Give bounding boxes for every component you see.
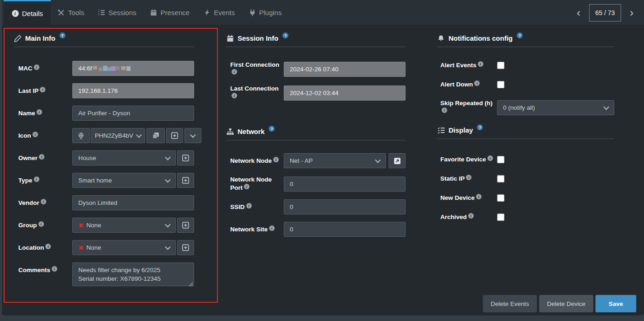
field-row-static-ip: Static IPi [437, 174, 614, 183]
favorite-device-label: Favorite Devicei [440, 155, 497, 164]
info-icon[interactable]: i [478, 61, 483, 67]
help-icon[interactable]: ? [477, 124, 483, 130]
tab-presence[interactable]: Presence [143, 0, 196, 25]
network-node-port-field[interactable] [284, 177, 406, 192]
ssid-label: SSIDi [230, 203, 284, 211]
new-device-checkbox[interactable] [497, 194, 504, 202]
info-icon[interactable]: i [474, 80, 480, 86]
group-select[interactable]: ✖None [72, 218, 176, 233]
info-icon[interactable]: i [232, 93, 237, 98]
notifications-display-column: Notifications config ? Alert Eventsi Ale… [433, 28, 637, 232]
archived-checkbox[interactable] [497, 214, 504, 221]
network-node-select[interactable]: Net - AP [284, 153, 386, 168]
tab-details[interactable]: i Details [4, 0, 51, 26]
network-node-port-label: Network Node Porti [230, 176, 284, 192]
delete-events-button[interactable]: Delete Events [483, 295, 537, 312]
info-icon[interactable]: i [37, 109, 42, 115]
info-icon[interactable]: i [442, 107, 447, 113]
prev-device-button[interactable]: ‹ [573, 4, 584, 21]
ssid-field[interactable] [284, 199, 406, 214]
alert-down-checkbox[interactable] [497, 81, 504, 88]
favorite-device-checkbox[interactable] [497, 156, 504, 163]
add-icon-button[interactable] [166, 128, 183, 143]
last-connection-label: Last Connectioni [230, 85, 284, 101]
field-row-type: Typei Smart home [14, 173, 194, 188]
skip-repeated-select[interactable]: 0 (notify all) [497, 100, 614, 115]
next-device-button[interactable]: › [626, 4, 638, 21]
tab-events-label: Events [214, 9, 235, 16]
copy-icon-button[interactable] [146, 128, 165, 143]
delete-device-button[interactable]: Delete Device [539, 295, 593, 312]
alert-events-checkbox[interactable] [497, 62, 504, 69]
chevron-down-icon [190, 132, 196, 138]
vendor-field[interactable] [72, 195, 194, 210]
tab-details-label: Details [22, 10, 43, 17]
owner-label: Owneri [18, 154, 72, 162]
expand-icon-button[interactable] [184, 128, 201, 143]
tab-sessions[interactable]: 12 Sessions [91, 0, 143, 25]
field-row-icon: Iconi PHN2ZyB4bV [14, 128, 194, 143]
help-icon[interactable]: ? [282, 32, 288, 38]
info-icon[interactable]: i [476, 194, 482, 199]
plus-square-icon [182, 244, 189, 251]
info-icon[interactable]: i [34, 64, 39, 70]
static-ip-checkbox[interactable] [497, 175, 504, 182]
name-label: Namei [18, 109, 72, 118]
info-icon[interactable]: i [41, 199, 46, 204]
add-group-button[interactable] [177, 218, 194, 233]
divider [226, 47, 406, 47]
info-icon[interactable]: i [244, 184, 249, 189]
info-icon[interactable]: i [273, 157, 279, 162]
field-row-vendor: Vendori [14, 195, 194, 210]
field-row-ssid: SSIDi [226, 199, 406, 214]
info-icon[interactable]: i [52, 266, 57, 272]
name-field[interactable] [72, 106, 194, 121]
plus-square-icon [171, 132, 178, 139]
add-owner-button[interactable] [177, 150, 194, 166]
network-site-field[interactable] [284, 222, 406, 237]
info-icon[interactable]: i [468, 213, 474, 219]
network-node-label: Network Nodei [230, 157, 284, 165]
archived-label: Archivedi [440, 213, 497, 221]
network-site-label: Network Sitei [230, 225, 284, 234]
info-icon[interactable]: i [32, 132, 38, 137]
location-select[interactable]: ✖None [72, 240, 176, 255]
add-location-button[interactable] [177, 240, 194, 255]
info-icon[interactable]: i [38, 221, 44, 227]
info-icon[interactable]: i [34, 177, 39, 182]
tab-plugins[interactable]: Plugins [242, 0, 288, 25]
divider [14, 47, 194, 47]
comments-field[interactable]: Needs filter change by 6/2025 Serial num… [72, 262, 194, 286]
last-connection-field: 2024-12-02 03:44 [284, 86, 406, 101]
open-network-node-button[interactable] [389, 153, 406, 168]
owner-select[interactable]: House [72, 150, 176, 166]
info-icon[interactable]: i [45, 244, 51, 249]
help-icon[interactable]: ? [269, 126, 275, 132]
tab-plugins-label: Plugins [259, 9, 281, 16]
info-icon[interactable]: i [40, 87, 45, 92]
network-title: Network ? [226, 128, 406, 136]
save-button[interactable]: Save [595, 295, 636, 312]
info-icon[interactable]: i [39, 154, 44, 160]
device-counter[interactable]: 65 / 73 [589, 4, 621, 21]
info-icon[interactable]: i [466, 175, 471, 180]
help-icon[interactable]: ? [60, 32, 65, 38]
field-row-name: Namei [14, 106, 194, 121]
info-icon[interactable]: i [232, 69, 237, 75]
info-circle-icon: i [11, 10, 19, 17]
help-icon[interactable]: ? [517, 32, 523, 38]
icon-select[interactable]: PHN2ZyB4bV [91, 128, 145, 143]
tab-events[interactable]: Events [196, 0, 242, 25]
open-link-icon [394, 157, 401, 165]
field-row-first-connection: First Connectioni 2024-02-26 07:40 [226, 61, 406, 77]
tab-tools[interactable]: Tools [51, 0, 91, 25]
type-select[interactable]: Smart home [72, 173, 176, 188]
info-icon[interactable]: i [487, 155, 493, 161]
add-type-button[interactable] [177, 173, 194, 188]
info-icon[interactable]: i [246, 203, 252, 209]
bolt-icon [203, 9, 211, 16]
alert-down-label: Alert Downi [440, 80, 497, 89]
last-ip-label: Last IPi [18, 87, 72, 95]
skip-repeated-label: Skip Repeated (h)i [440, 99, 497, 116]
info-icon[interactable]: i [269, 225, 275, 231]
